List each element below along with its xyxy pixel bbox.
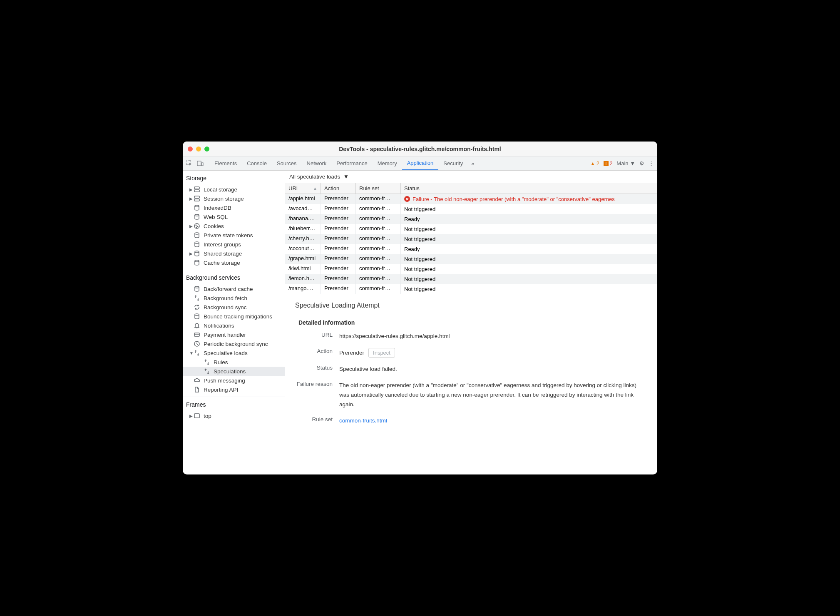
table-row[interactable]: /grape.htmlPrerendercommon-fr…Not trigge…: [285, 254, 657, 264]
svg-rect-22: [194, 414, 199, 418]
tab-security[interactable]: Security: [438, 156, 468, 170]
sidebar-item-push-messaging[interactable]: Push messaging: [183, 376, 285, 385]
table-row[interactable]: /blueberr…Prerendercommon-fr…Not trigger…: [285, 224, 657, 234]
sidebar-item-back-forward-cache[interactable]: Back/forward cache: [183, 284, 285, 293]
svg-point-14: [195, 242, 199, 243]
sidebar-item-payment-handler[interactable]: Payment handler: [183, 330, 285, 339]
sidebar-item-background-sync[interactable]: Background sync: [183, 303, 285, 312]
sidebar-item-notifications[interactable]: Notifications: [183, 321, 285, 330]
column-header-ruleset[interactable]: Rule set: [356, 183, 401, 194]
window-title: DevTools - speculative-rules.glitch.me/c…: [188, 146, 652, 152]
cell-url: /cherry.h…: [285, 234, 321, 244]
cell-rule: common-fr…: [356, 224, 401, 234]
sidebar-item-label: top: [204, 413, 211, 419]
cell-rule: common-fr…: [356, 204, 401, 214]
devtools-window: DevTools - speculative-rules.glitch.me/c…: [183, 142, 657, 474]
warnings-badge[interactable]: ▲2: [590, 161, 599, 166]
sidebar-item-cache-storage[interactable]: Cache storage: [183, 258, 285, 267]
detail-url-label: URL: [295, 332, 339, 341]
sidebar-item-web-sql[interactable]: Web SQL: [183, 212, 285, 221]
table-row[interactable]: /mango.…Prerendercommon-fr…Not triggered: [285, 284, 657, 294]
file-icon: [194, 386, 200, 393]
column-header-status[interactable]: Status: [401, 183, 657, 194]
device-toolbar-icon[interactable]: [197, 160, 204, 167]
sidebar-item-speculations[interactable]: Speculations: [183, 367, 285, 376]
more-tabs-icon[interactable]: »: [468, 160, 477, 166]
cell-rule: common-fr…: [356, 244, 401, 254]
minimize-window-button[interactable]: [196, 147, 201, 152]
table-row[interactable]: /banana.…Prerendercommon-fr…Ready: [285, 214, 657, 224]
traffic-lights: [188, 147, 209, 152]
cylinder-icon: [194, 259, 200, 266]
sidebar-item-rules[interactable]: Rules: [183, 358, 285, 367]
sidebar-section-storage: Storage: [183, 171, 285, 185]
table-row[interactable]: /coconut…Prerendercommon-fr…Ready: [285, 244, 657, 254]
sidebar-item-label: Rules: [214, 359, 228, 365]
sidebar-item-label: Back/forward cache: [204, 286, 253, 292]
inspect-element-icon[interactable]: [186, 160, 193, 167]
cell-status: ✕Failure - The old non-eager prerender (…: [401, 194, 657, 204]
close-window-button[interactable]: [188, 147, 193, 152]
cell-status: Not triggered: [401, 204, 657, 214]
sidebar-item-interest-groups[interactable]: Interest groups: [183, 240, 285, 249]
bell-icon: [194, 322, 200, 329]
cylinder-icon: [194, 250, 200, 257]
sidebar-item-label: IndexedDB: [204, 205, 231, 211]
table-row[interactable]: /lemon.h…Prerendercommon-fr…Not triggere…: [285, 274, 657, 284]
sidebar-item-label: Speculative loads: [204, 350, 248, 356]
sidebar-item-session-storage[interactable]: ▶Session storage: [183, 194, 285, 203]
more-options-icon[interactable]: ⋮: [649, 160, 654, 166]
sidebar-item-background-fetch[interactable]: Background fetch: [183, 293, 285, 303]
table-row[interactable]: /apple.htmlPrerendercommon-fr…✕Failure -…: [285, 194, 657, 204]
tab-network[interactable]: Network: [302, 156, 332, 170]
sidebar-item-label: Cache storage: [204, 260, 240, 266]
caret-right-icon: ▶: [189, 196, 194, 201]
arrows-icon: [204, 359, 210, 365]
svg-rect-19: [194, 333, 199, 336]
arrows-icon: [194, 350, 200, 356]
error-icon: ✕: [404, 196, 410, 202]
cell-status: Not triggered: [401, 264, 657, 274]
column-header-action[interactable]: Action: [321, 183, 356, 194]
cell-status: Not triggered: [401, 284, 657, 294]
sidebar-item-top[interactable]: ▶top: [183, 411, 285, 420]
settings-icon[interactable]: ⚙: [639, 160, 644, 166]
zoom-window-button[interactable]: [204, 147, 209, 152]
table-row[interactable]: /kiwi.htmlPrerendercommon-fr…Not trigger…: [285, 264, 657, 274]
errors-badge[interactable]: !2: [604, 161, 613, 166]
svg-rect-2: [201, 163, 203, 166]
detail-subheading: Detailed information: [295, 319, 647, 326]
table-header: URL▲ Action Rule set Status: [285, 183, 657, 194]
sidebar-item-bounce-tracking-mitigations[interactable]: Bounce tracking mitigations: [183, 312, 285, 321]
sidebar-item-shared-storage[interactable]: ▶Shared storage: [183, 249, 285, 258]
table-row[interactable]: /avocad…Prerendercommon-fr…Not triggered: [285, 204, 657, 214]
cylinder-icon: [194, 214, 200, 220]
svg-point-17: [195, 286, 199, 288]
table-row[interactable]: /cherry.h…Prerendercommon-fr…Not trigger…: [285, 234, 657, 244]
toolbar: ElementsConsoleSourcesNetworkPerformance…: [183, 156, 657, 171]
detail-ruleset-link[interactable]: common-fruits.html: [339, 417, 387, 424]
column-header-url[interactable]: URL▲: [285, 183, 321, 194]
sidebar-item-periodic-background-sync[interactable]: Periodic background sync: [183, 339, 285, 348]
tab-application[interactable]: Application: [402, 156, 439, 170]
sidebar-item-local-storage[interactable]: ▶Local storage: [183, 185, 285, 194]
sidebar-item-reporting-api[interactable]: Reporting API: [183, 385, 285, 394]
sidebar-item-label: Bounce tracking mitigations: [204, 313, 272, 320]
tab-elements[interactable]: Elements: [209, 156, 242, 170]
tab-console[interactable]: Console: [242, 156, 272, 170]
sidebar-item-cookies[interactable]: ▶Cookies: [183, 221, 285, 231]
warning-icon: ▲: [590, 161, 595, 166]
cell-url: /grape.html: [285, 254, 321, 264]
inspect-button[interactable]: Inspect: [368, 348, 395, 358]
tab-sources[interactable]: Sources: [272, 156, 302, 170]
sidebar-item-speculative-loads[interactable]: ▼Speculative loads: [183, 348, 285, 358]
tab-memory[interactable]: Memory: [373, 156, 402, 170]
sort-ascending-icon: ▲: [313, 186, 317, 191]
sidebar-item-private-state-tokens[interactable]: Private state tokens: [183, 231, 285, 240]
target-selector[interactable]: Main ▼: [616, 160, 635, 166]
cell-status: Ready: [401, 214, 657, 224]
filter-dropdown[interactable]: All speculative loads ▼: [285, 171, 657, 183]
sync-icon: [194, 304, 200, 310]
sidebar-item-indexeddb[interactable]: IndexedDB: [183, 203, 285, 212]
tab-performance[interactable]: Performance: [331, 156, 372, 170]
